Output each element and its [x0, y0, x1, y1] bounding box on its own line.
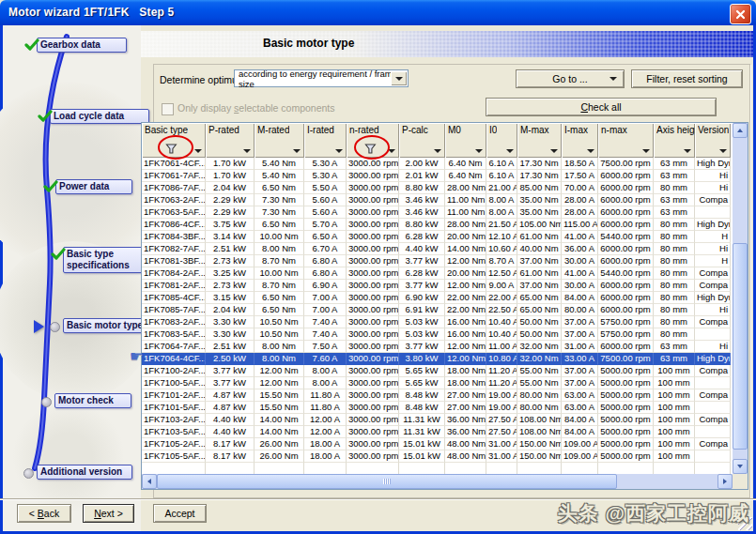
column-header-m-max[interactable]: M-max	[517, 123, 562, 158]
close-button[interactable]	[730, 4, 751, 24]
check-all-button[interactable]: Check all	[486, 98, 717, 116]
sidebar-item-basic-type-specifications[interactable]: Basic type specifications	[63, 247, 152, 273]
cell-m_max: 61.00 Nm	[517, 267, 562, 280]
table-row[interactable]: 1FK7105-5AF...8.17 kW26.00 Nm18.00 A3000…	[142, 450, 733, 463]
cell-p_rated: 4.87 kW	[206, 402, 255, 414]
table-row[interactable]: 1FK7100-2AF...3.77 kW12.00 Nm8.00 A3000.…	[142, 365, 733, 377]
column-header-p-calc[interactable]: P-calc	[399, 123, 445, 158]
table-row[interactable]: 1FK7103-2AF...4.40 kW14.00 Nm12.00 A3000…	[142, 414, 733, 426]
filter-dropdown-icon[interactable]	[550, 149, 558, 153]
wizard-window: Motor wizard 1FT/1FK Step 5 Gearbox data…	[0, 0, 756, 534]
cell-p_rated: 3.30 kW	[206, 328, 255, 341]
scroll-left-button[interactable]	[142, 474, 157, 489]
filter-dropdown-icon[interactable]	[434, 149, 441, 153]
filter-dropdown-icon[interactable]	[335, 149, 343, 153]
cell-p_calc: 6.28 kW	[399, 231, 445, 243]
vertical-scrollbar[interactable]	[733, 123, 748, 474]
table-row[interactable]: 1FK7063-2AF...2.29 kW7.30 Nm5.60 A3000.0…	[142, 194, 733, 206]
cell-version: H	[695, 255, 731, 267]
filter-dropdown-icon[interactable]	[243, 149, 251, 153]
title-bar[interactable]: Motor wizard 1FT/1FK Step 5	[0, 0, 756, 25]
cell-i_max: 37.00 A	[562, 328, 598, 341]
filter-dropdown-icon[interactable]	[475, 149, 483, 153]
column-header-axis-height[interactable]: Axis height	[654, 123, 695, 158]
table-row[interactable]: 1FK7105-2AF...8.17 kW26.00 Nm18.00 A3000…	[142, 438, 733, 450]
table-row[interactable]: 1FK7085-7AF...2.04 kW6.50 Nm7.00 A3000.0…	[142, 304, 733, 316]
table-row[interactable]: 1FK7086-4CF...3.75 kW6.50 Nm5.70 A3000.0…	[142, 219, 733, 231]
sidebar-item-gearbox-data[interactable]: Gearbox data	[37, 38, 127, 53]
sidebar-item-power-data[interactable]: Power data	[55, 179, 132, 194]
table-row[interactable]: 1FK7101-2AF...4.87 kW15.50 Nm11.80 A3000…	[142, 389, 733, 402]
cell-n_rated: 3000.00 rpm	[347, 219, 399, 231]
table-row-selected[interactable]: 1FK7064-4CF...2.50 kW8.00 Nm7.60 A3000.0…	[142, 353, 733, 365]
table-row[interactable]: 1FK7063-5AF...2.29 kW7.30 Nm5.60 A3000.0…	[142, 206, 733, 219]
column-header-n-max[interactable]: n-max	[598, 123, 654, 158]
horizontal-scrollbar-thumb[interactable]	[157, 474, 617, 489]
cell-n_max: 6000.00 rpm	[598, 243, 654, 255]
scroll-up-button[interactable]	[733, 123, 748, 138]
column-header-m-rated[interactable]: M-rated	[255, 123, 304, 158]
cell-m_rated: 6.50 Nm	[255, 219, 304, 231]
cell-i_max: 70.00 A	[562, 182, 598, 194]
cell-axis: 80 mm	[654, 243, 695, 255]
table-row[interactable]: 1FK7084-3BF...3.14 kW10.00 Nm6.50 A3000.…	[142, 231, 733, 243]
horizontal-scrollbar[interactable]	[142, 474, 733, 489]
table-row[interactable]: 1FK7061-4CF...1.70 kW5.40 Nm5.30 A3000.0…	[142, 158, 733, 170]
scroll-right-button[interactable]	[717, 474, 733, 489]
go-to-button[interactable]: Go to ...	[516, 69, 625, 88]
cell-type: 1FK7103-2AF...	[142, 414, 206, 426]
vertical-scrollbar-thumb[interactable]	[733, 243, 748, 450]
table-row[interactable]: 1FK7064-7AF...2.51 kW8.00 Nm7.50 A3000.0…	[142, 341, 733, 353]
table-row[interactable]: 1FK7081-3BF...2.73 kW8.70 Nm6.80 A3000.0…	[142, 255, 733, 267]
sidebar-item-load-cycle-data[interactable]: Load cycle data	[50, 109, 149, 124]
table-row[interactable]: 1FK7100-5AF...3.77 kW12.00 Nm8.00 A3000.…	[142, 377, 733, 389]
sidebar-item-motor-check[interactable]: Motor check	[54, 393, 131, 408]
sidebar-item-basic-motor-type[interactable]: Basic motor type	[63, 318, 147, 333]
cell-version: High Dyna	[695, 219, 731, 231]
table-row[interactable]: 1FK7086-7AF...2.04 kW6.50 Nm5.50 A3000.0…	[142, 182, 733, 194]
cell-p_calc: 3.46 kW	[399, 194, 445, 206]
table-row[interactable]: 1FK7103-5AF...4.40 kW14.00 Nm12.00 A3000…	[142, 426, 733, 438]
filter-dropdown-icon[interactable]	[293, 149, 301, 153]
table-row[interactable]: 1FK7083-2AF...3.30 kW10.50 Nm7.40 A3000.…	[142, 316, 733, 328]
filter-dropdown-icon[interactable]	[642, 149, 650, 153]
filter-dropdown-icon[interactable]	[719, 149, 727, 153]
column-header-p-rated[interactable]: P-rated	[206, 123, 255, 158]
accept-button[interactable]: Accept	[153, 504, 207, 523]
filter-dropdown-icon[interactable]	[506, 149, 514, 153]
cell-i_max: 17.50 A	[562, 170, 598, 182]
filter-dropdown-icon[interactable]	[587, 149, 594, 153]
back-button[interactable]: < Back	[17, 504, 71, 523]
table-row[interactable]: 1FK7061-7AF...1.70 kW5.40 Nm5.30 A3000.0…	[142, 170, 733, 182]
scroll-down-button[interactable]	[733, 459, 748, 474]
column-header-i-rated[interactable]: I-rated	[304, 123, 347, 158]
sidebar-item-additional-version[interactable]: Additional version	[37, 465, 132, 480]
cell-i0: 11.20 A	[486, 377, 517, 389]
cell-m_max: 32.00 Nm	[517, 341, 562, 353]
cell-p_rated: 4.40 kW	[206, 426, 255, 438]
table-row[interactable]: 1FK7081-2AF...2.73 kW8.70 Nm6.90 A3000.0…	[142, 280, 733, 292]
cell-m_max: 17.30 Nm	[517, 158, 562, 170]
combobox-dropdown-button[interactable]	[391, 71, 407, 85]
current-step-arrow-icon	[34, 320, 44, 333]
column-header-i-max[interactable]: I-max	[562, 123, 598, 158]
column-header-label: Axis height	[656, 125, 696, 135]
optimum-motor-combobox[interactable]: according to energy requirement / frame …	[234, 69, 409, 87]
column-header-i0[interactable]: I0	[486, 123, 517, 158]
page-title: Basic motor type	[263, 37, 354, 50]
filter-reset-sorting-button[interactable]: Filter, reset sorting	[631, 69, 743, 88]
only-selectable-checkbox[interactable]	[162, 103, 174, 115]
cell-p_calc: 3.77 kW	[399, 280, 445, 292]
table-row[interactable]: 1FK7083-5AF...3.30 kW10.50 Nm7.40 A3000.…	[142, 328, 733, 341]
column-header-m0[interactable]: M0	[445, 123, 486, 158]
table-row[interactable]: 1FK7085-4CF...3.15 kW6.50 Nm7.00 A3000.0…	[142, 292, 733, 304]
footer-separator	[0, 498, 756, 499]
table-row[interactable]: 1FK7082-7AF...2.51 kW8.00 Nm6.70 A3000.0…	[142, 243, 733, 255]
table-row[interactable]: 1FK7101-5AF...4.87 kW15.50 Nm11.80 A3000…	[142, 402, 733, 414]
filter-dropdown-icon[interactable]	[194, 149, 202, 153]
filter-dropdown-icon[interactable]	[684, 149, 691, 153]
cell-m0: 27.00 Nm	[445, 389, 486, 402]
next-button[interactable]: Next >	[83, 504, 134, 523]
table-row[interactable]: 1FK7084-2AF...3.25 kW10.00 Nm6.80 A3000.…	[142, 267, 733, 280]
column-header-version[interactable]: Version	[695, 123, 731, 158]
